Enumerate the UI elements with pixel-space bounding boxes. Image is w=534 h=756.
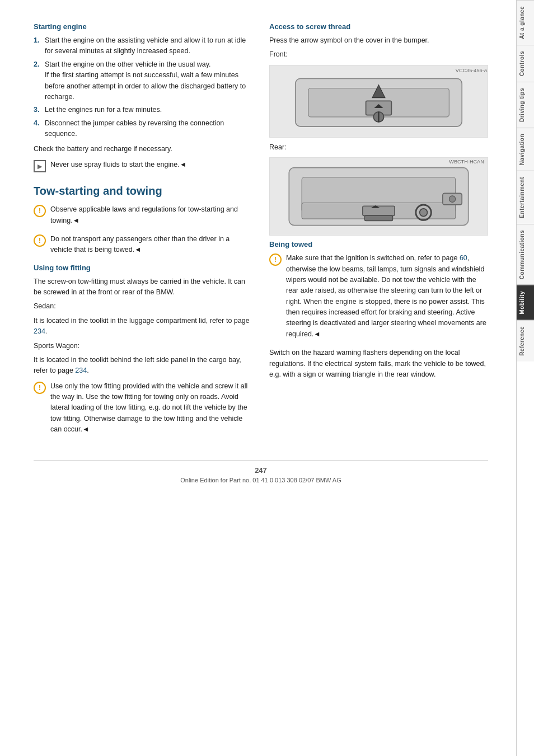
tow-main-heading: Tow-starting and towing: [34, 185, 252, 198]
step-3-text: Let the engines run for a few minutes.: [45, 105, 162, 115]
footer-text: Online Edition for Part no. 01 41 0 013 …: [34, 477, 488, 483]
svg-point-16: [420, 209, 428, 217]
access-screw-section: Access to screw thread Press the arrow s…: [269, 22, 488, 236]
tab-mobility[interactable]: Mobility: [517, 285, 535, 320]
tow-warning-1-text: Observe applicable laws and regulations …: [50, 204, 252, 226]
tab-reference[interactable]: Reference: [517, 320, 535, 361]
front-label: Front:: [269, 49, 488, 60]
step-4: 4. Disconnect the jumper cables by rever…: [34, 118, 252, 140]
warning-icon-2: !: [34, 234, 46, 247]
main-content: Starting engine 1. Start the engine on t…: [0, 0, 516, 756]
tab-driving-tips[interactable]: Driving tips: [517, 82, 535, 128]
tow-fitting-intro: The screw-on tow-fitting must always be …: [34, 276, 252, 298]
check-battery-text: Check the battery and recharge if necess…: [34, 144, 252, 154]
note-text: Never use spray fluids to start the engi…: [50, 159, 186, 170]
hazard-flashers-text: Switch on the hazard warning flashers de…: [269, 348, 488, 380]
warning-icon-3: !: [34, 382, 46, 394]
starting-engine-section: Starting engine 1. Start the engine on t…: [34, 22, 252, 173]
tab-communications[interactable]: Communications: [517, 224, 535, 285]
sedan-label: Sedan:: [34, 301, 252, 312]
right-column: Access to screw thread Press the arrow s…: [269, 22, 488, 443]
tow-fitting-section: Using tow fitting The screw-on tow-fitti…: [34, 264, 252, 439]
step-3: 3. Let the engines run for a few minutes…: [34, 105, 252, 115]
tab-at-a-glance[interactable]: At a glance: [517, 0, 535, 45]
tow-section: Tow-starting and towing ! Observe applic…: [34, 185, 252, 259]
sedan-text: It is located in the toolkit in the lugg…: [34, 316, 252, 337]
step-2-num: 2.: [34, 59, 41, 103]
page-footer: 247 Online Edition for Part no. 01 41 0 …: [34, 460, 488, 483]
step-1-text: Start the engine on the assisting vehicl…: [45, 35, 252, 57]
front-diagram-svg: VCC35-456-AN: [270, 65, 488, 138]
step-1: 1. Start the engine on the assisting veh…: [34, 35, 252, 57]
tow-fitting-heading: Using tow fitting: [34, 264, 252, 272]
page-number: 247: [34, 466, 488, 475]
wagon-page-link[interactable]: 234: [75, 367, 87, 374]
step-2: 2. Start the engine on the other vehicle…: [34, 59, 252, 103]
tow-fitting-warning: ! Use only the tow fitting provided with…: [34, 381, 252, 439]
being-towed-section: Being towed ! Make sure that the ignitio…: [269, 240, 488, 380]
page-container: Starting engine 1. Start the engine on t…: [0, 0, 534, 756]
svg-point-19: [449, 196, 455, 202]
svg-text:VCC35-456-AN: VCC35-456-AN: [456, 68, 488, 73]
being-towed-warning-text: Make sure that the ignition is switched …: [286, 253, 488, 340]
warning-icon-1: !: [34, 205, 46, 217]
tow-warning-2: ! Do not transport any passengers other …: [34, 234, 252, 259]
tab-navigation[interactable]: Navigation: [517, 128, 535, 171]
tab-entertainment[interactable]: Entertainment: [517, 171, 535, 224]
starting-engine-heading: Starting engine: [34, 22, 252, 31]
front-tow-diagram: VCC35-456-AN: [269, 65, 488, 138]
step-2-text: Start the engine on the other vehicle in…: [45, 59, 252, 103]
wagon-text: It is located in the toolkit behind the …: [34, 355, 252, 377]
access-screw-intro: Press the arrow symbol on the cover in t…: [269, 35, 488, 46]
step-1-num: 1.: [34, 35, 41, 57]
svg-rect-17: [364, 215, 392, 220]
tab-controls[interactable]: Controls: [517, 45, 535, 82]
step-4-text: Disconnect the jumper cables by reversin…: [45, 118, 252, 140]
ignition-page-link[interactable]: 60: [460, 254, 467, 262]
tow-warning-2-text: Do not transport any passengers other th…: [50, 234, 252, 256]
access-screw-heading: Access to screw thread: [269, 22, 488, 31]
sedan-page-link[interactable]: 234: [34, 327, 45, 335]
tow-fitting-warning-text: Use only the tow fitting provided with t…: [50, 381, 252, 435]
two-column-layout: Starting engine 1. Start the engine on t…: [34, 22, 488, 443]
note-icon: ▶: [34, 160, 46, 172]
being-towed-heading: Being towed: [269, 240, 488, 248]
left-column: Starting engine 1. Start the engine on t…: [34, 22, 252, 443]
starting-engine-steps: 1. Start the engine on the assisting veh…: [34, 35, 252, 139]
rear-label: Rear:: [269, 142, 488, 153]
svg-text:WBCTH-HCAN: WBCTH-HCAN: [449, 159, 484, 165]
being-towed-warning: ! Make sure that the ignition is switche…: [269, 253, 488, 343]
step-4-num: 4.: [34, 118, 41, 140]
step-3-num: 3.: [34, 105, 41, 115]
rear-tow-diagram: WBCTH-HCAN: [269, 157, 488, 236]
rear-diagram-svg: WBCTH-HCAN: [270, 157, 488, 236]
warning-icon-4: !: [269, 253, 282, 266]
sidebar-tabs: At a glance Controls Driving tips Naviga…: [516, 0, 534, 756]
wagon-label: Sports Wagon:: [34, 341, 252, 351]
tow-warning-1: ! Observe applicable laws and regulation…: [34, 204, 252, 229]
spray-fluids-note: ▶ Never use spray fluids to start the en…: [34, 159, 252, 173]
